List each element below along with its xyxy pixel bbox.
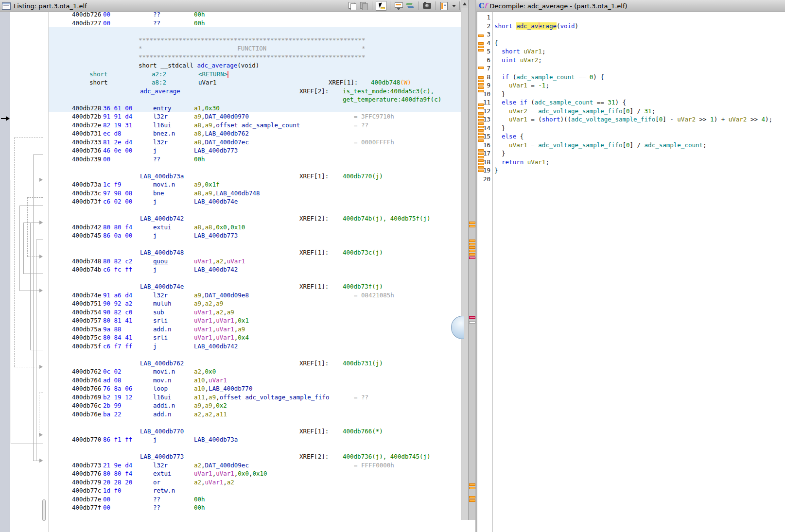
listing-row[interactable]: 400db73900??00h — [49, 155, 461, 164]
decompiler-line[interactable]: 1 — [477, 13, 785, 22]
listing-row[interactable]: shorta2:2<RETURN> — [49, 70, 461, 79]
listing-row[interactable]: LAB_400db748XREF[1]:400db73c(j) — [49, 248, 461, 257]
copy-special-icon[interactable] — [359, 1, 368, 10]
listing-row[interactable]: 400db75490 82 c0subuVar1,a2,a9 — [49, 308, 461, 317]
nav-marker[interactable] — [469, 257, 475, 259]
listing-view[interactable]: 400db72600??00h400db72700??00h**********… — [0, 12, 476, 532]
listing-row[interactable]: 400db72b91 91 d4l32ra9,DAT_400d0970= 3FF… — [49, 112, 461, 121]
listing-row[interactable]: 400db731ec d8bnez.na8,LAB_400db762 — [49, 129, 461, 138]
listing-row[interactable]: LAB_400db73aXREF[1]:400db770(j) — [49, 172, 461, 181]
diff-view-icon[interactable] — [405, 1, 415, 10]
panel-options-icon[interactable] — [439, 1, 449, 10]
listing-row[interactable]: LAB_400db773XREF[2]:400db736(j), 400db74… — [49, 452, 461, 461]
listing-row[interactable] — [49, 27, 461, 36]
nav-marker[interactable] — [469, 246, 475, 249]
decompiler-line[interactable]: 19} — [477, 166, 785, 175]
listing-row[interactable]: adc_averageXREF[2]:is_test_mode:400da5c3… — [49, 87, 461, 96]
listing-row[interactable]: 400db77f00??00h — [49, 503, 461, 512]
nav-marker[interactable] — [469, 240, 475, 242]
toggle-fields-icon[interactable] — [394, 1, 403, 10]
decompiler-line[interactable]: 5 short uVar1; — [477, 47, 785, 56]
listing-row[interactable]: ****************************************… — [49, 36, 461, 45]
listing-row[interactable]: 400db72600??00h — [49, 12, 461, 19]
listing-row[interactable]: 400db77680 80 f4extuiuVar1,uVar1,0x0,0x1… — [49, 469, 461, 478]
listing-row[interactable]: 400db75780 81 41srliuVar1,uVar1,0x1 — [49, 316, 461, 325]
decompiler-line[interactable]: 20 — [477, 175, 785, 184]
listing-row[interactable]: 400db77321 9e d4l32ra2,DAT_400d09ec= FFF… — [49, 461, 461, 470]
listing-row[interactable]: 400db77c1d f0retw.n — [49, 486, 461, 495]
listing-row[interactable]: shorta8:2uVar1XREF[1]:400db748(W) — [49, 78, 461, 87]
decompiler-line[interactable]: 15 else { — [477, 132, 785, 141]
decompiler-line[interactable]: 8 if (adc_sample_count == 0) { — [477, 73, 785, 82]
decompiler-line[interactable]: 6 uint uVar2; — [477, 56, 785, 65]
listing-row[interactable] — [49, 206, 461, 215]
listing-row[interactable]: 400db74880 82 c2quouuVar1,a2,uVar1 — [49, 257, 461, 266]
listing-titlebar[interactable]: Listing: part.3.ota_1.elf — [0, 0, 476, 12]
decompiler-line[interactable]: 12 uVar2 = adc_voltage_sample_fifo[0] / … — [477, 107, 785, 116]
listing-row[interactable]: LAB_400db762XREF[1]:400db731(j) — [49, 359, 461, 368]
listing-row[interactable]: 400db77086 f1 ffjLAB_400db73a — [49, 435, 461, 444]
decompiler-line[interactable]: 3 — [477, 30, 785, 39]
listing-row[interactable]: 400db72700??00h — [49, 19, 461, 28]
flow-margin-handle[interactable] — [42, 499, 46, 521]
listing-row[interactable]: 400db76676 8a 06loopa10,LAB_400db770 — [49, 384, 461, 393]
nav-marker[interactable] — [469, 250, 475, 252]
scrollbar-up-arrow-icon[interactable] — [461, 0, 468, 8]
listing-row[interactable]: 400db73a1c f9movi.na9,0x1f — [49, 180, 461, 189]
listing-row[interactable]: 400db7620c 02movi.na2,0x0 — [49, 367, 461, 376]
cursor-location-icon[interactable] — [376, 1, 386, 11]
nav-marker[interactable] — [469, 243, 475, 245]
listing-row[interactable]: LAB_400db74eXREF[1]:400db73f(j) — [49, 282, 461, 291]
listing-row[interactable]: * FUNCTION * — [49, 44, 461, 53]
listing-row[interactable]: 400db74586 0a 00jLAB_400db773 — [49, 231, 461, 240]
decompiler-line[interactable]: 14 } — [477, 124, 785, 133]
decompiler-line[interactable]: 4{ — [477, 39, 785, 48]
listing-row[interactable]: 400db769b2 19 12l16uia11,a9,offset adc_v… — [49, 393, 461, 402]
listing-row[interactable]: get_temperature:400dfa9f(c) — [49, 95, 461, 104]
listing-row[interactable]: 400db72836 61 00entrya1,0x30 — [49, 104, 461, 113]
listing-row[interactable]: 400db72e82 19 31l16uia8,a9,offset adc_sa… — [49, 121, 461, 130]
decompiler-line[interactable]: 9 uVar1 = -1; — [477, 81, 785, 90]
listing-row[interactable] — [49, 163, 461, 172]
nav-marker[interactable] — [469, 496, 475, 498]
listing-row[interactable]: 400db77e00??00h — [49, 495, 461, 504]
snapshot-icon[interactable] — [422, 1, 432, 10]
nav-marker[interactable] — [469, 253, 475, 256]
listing-row[interactable]: short __stdcall adc_average(void) — [49, 61, 461, 70]
listing-row[interactable] — [49, 418, 461, 427]
nav-marker[interactable] — [469, 483, 475, 486]
listing-row[interactable] — [49, 240, 461, 249]
nav-marker[interactable] — [469, 487, 475, 489]
listing-row[interactable]: 400db75fc6 f7 ffjLAB_400db742 — [49, 342, 461, 351]
decompiler-view[interactable]: 12short adc_average(void)34{5 short uVar… — [477, 12, 785, 532]
listing-row[interactable]: 400db73646 0e 00jLAB_400db773 — [49, 146, 461, 155]
listing-row[interactable]: LAB_400db770XREF[1]:400db766(*) — [49, 427, 461, 436]
nav-marker[interactable] — [469, 321, 475, 324]
listing-row[interactable] — [49, 274, 461, 283]
listing-row[interactable]: 400db75190 92 a2muluha9,a2,a9 — [49, 299, 461, 308]
nav-marker[interactable] — [469, 316, 475, 319]
listing-vertical-scrollbar[interactable] — [461, 0, 469, 520]
listing-row[interactable]: ****************************************… — [49, 53, 461, 62]
decompiler-line[interactable]: 17 } — [477, 149, 785, 158]
listing-row[interactable]: 400db73fc6 02 00jLAB_400db74e — [49, 197, 461, 206]
decompiler-line[interactable]: 13 uVar1 = (short)((adc_voltage_sample_f… — [477, 115, 785, 124]
dropdown-arrow-icon[interactable] — [452, 5, 456, 7]
listing-row[interactable] — [49, 350, 461, 359]
listing-row[interactable]: 400db75a9a 88add.nuVar1,uVar1,a9 — [49, 325, 461, 334]
listing-row[interactable] — [49, 444, 461, 453]
listing-row[interactable]: 400db76c2b 99addi.na9,a9,0x2 — [49, 401, 461, 410]
listing-row[interactable]: 400db76eba 22add.na2,a2,a11 — [49, 410, 461, 419]
decompiler-line[interactable]: 18 return uVar1; — [477, 158, 785, 167]
decompiler-line[interactable]: 7 — [477, 64, 785, 73]
listing-row[interactable]: 400db75c80 84 41srliuVar1,uVar1,0x4 — [49, 333, 461, 342]
nav-marker[interactable] — [469, 225, 475, 227]
listing-row[interactable]: 400db73c97 98 08bnea8,a9,LAB_400db748 — [49, 189, 461, 198]
listing-row[interactable]: 400db77920 28 20ora2,uVar1,a2 — [49, 478, 461, 487]
copy-icon[interactable] — [347, 1, 357, 10]
listing-row[interactable]: 400db764ad 08mov.na10,uVar1 — [49, 376, 461, 385]
decompiler-line[interactable]: 10 } — [477, 90, 785, 99]
decompiler-line[interactable]: 16 uVar1 = adc_voltage_sample_fifo[0] / … — [477, 141, 785, 150]
listing-row[interactable]: LAB_400db742XREF[2]:400db74b(j), 400db75… — [49, 214, 461, 223]
decompiler-line[interactable]: 11 else if (adc_sample_count == 31) { — [477, 98, 785, 107]
